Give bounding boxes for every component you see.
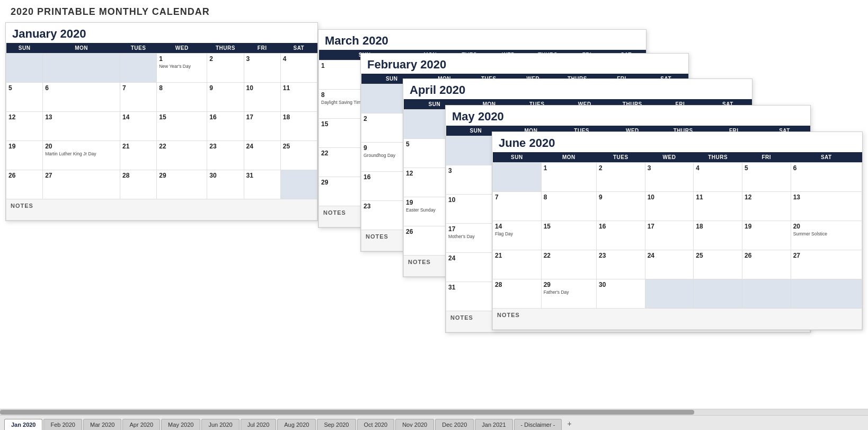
tab-disclaimer[interactable]: - Disclaimer - xyxy=(514,419,562,430)
day-cell: 29Father's Day xyxy=(541,279,596,309)
day-cell: 7 xyxy=(493,192,542,221)
tab-may-2020[interactable]: May 2020 xyxy=(161,419,200,430)
day-cell: 16 xyxy=(207,112,244,141)
jun-mon: MON xyxy=(541,152,596,163)
day-cell: 31 xyxy=(244,170,280,199)
jan-fri-header: FRI xyxy=(244,43,280,54)
empty-cell xyxy=(694,279,742,309)
empty-cell xyxy=(645,279,694,309)
day-cell: 1New Year's Day xyxy=(157,54,207,83)
day-cell: 20Martin Luther King Jr Day xyxy=(43,141,120,170)
jun-sat: SAT xyxy=(791,152,862,163)
day-cell: 3 xyxy=(645,163,694,192)
jan-tues-header: TUES xyxy=(120,43,157,54)
jan-thurs-header: THURS xyxy=(207,43,244,54)
empty-cell xyxy=(791,279,862,309)
june-title: June 2020 xyxy=(492,132,862,152)
scroll-bar[interactable] xyxy=(0,409,868,415)
scroll-thumb[interactable] xyxy=(0,410,694,415)
day-cell: 14Flag Day xyxy=(493,221,542,250)
april-title: April 2020 xyxy=(403,79,752,99)
day-cell: 9 xyxy=(597,192,645,221)
jan-sat-header: SAT xyxy=(280,43,317,54)
jun-tues: TUES xyxy=(597,152,645,163)
january-calendar: January 2020 SUN MON TUES WED THURS FRI … xyxy=(5,22,318,221)
tab-feb-2020[interactable]: Feb 2020 xyxy=(43,419,82,430)
tab-oct-2020[interactable]: Oct 2020 xyxy=(357,419,395,430)
day-cell: 14 xyxy=(120,112,157,141)
day-cell: 19 xyxy=(742,221,791,250)
day-cell: 18 xyxy=(280,112,317,141)
empty-cell xyxy=(742,279,791,309)
day-cell: 22 xyxy=(157,141,207,170)
january-table: SUN MON TUES WED THURS FRI SAT 1New Year… xyxy=(6,43,317,221)
day-cell: 10 xyxy=(244,83,280,112)
day-cell: 8 xyxy=(541,192,596,221)
day-cell: 12 xyxy=(742,192,791,221)
day-cell: 12 xyxy=(6,112,43,141)
jun-sun: SUN xyxy=(493,152,542,163)
table-row: 1New Year's Day 2 3 4 xyxy=(6,54,317,83)
table-row: 14Flag Day 15 16 17 18 19 20Summer Solst… xyxy=(493,221,862,250)
tab-add-button[interactable]: + xyxy=(563,417,575,430)
day-cell: 6 xyxy=(791,163,862,192)
tab-jun-2020[interactable]: Jun 2020 xyxy=(201,419,239,430)
tab-dec-2020[interactable]: Dec 2020 xyxy=(435,419,474,430)
day-cell: 2 xyxy=(207,54,244,83)
day-cell: 13 xyxy=(43,112,120,141)
table-row: 7 8 9 10 11 12 13 xyxy=(493,192,862,221)
notes-row: NOTES xyxy=(6,199,317,221)
day-cell: 11 xyxy=(694,192,742,221)
february-title: February 2020 xyxy=(361,54,688,74)
june-calendar: June 2020 SUN MON TUES WED THURS FRI SAT… xyxy=(492,131,863,330)
day-cell: 23 xyxy=(597,250,645,279)
day-cell: 21 xyxy=(493,250,542,279)
notes-row: NOTES xyxy=(493,309,862,330)
notes-label: NOTES xyxy=(493,309,862,330)
day-cell: 27 xyxy=(43,170,120,199)
day-cell: 25 xyxy=(280,141,317,170)
day-cell: 26 xyxy=(6,170,43,199)
tab-jan-2021[interactable]: Jan 2021 xyxy=(475,419,512,430)
tab-mar-2020[interactable]: Mar 2020 xyxy=(83,419,121,430)
jan-wed-header: WED xyxy=(157,43,207,54)
tab-aug-2020[interactable]: Aug 2020 xyxy=(277,419,316,430)
main-title: 2020 PRINTABLE MONTHLY CALENDAR xyxy=(0,0,868,20)
may-title: May 2020 xyxy=(446,106,810,126)
notes-label: NOTES xyxy=(6,199,317,221)
table-row: 28 29Father's Day 30 xyxy=(493,279,862,309)
day-cell: 30 xyxy=(597,279,645,309)
jan-mon-header: MON xyxy=(43,43,120,54)
empty-cell xyxy=(280,170,317,199)
day-cell: 3 xyxy=(244,54,280,83)
tab-jul-2020[interactable]: Jul 2020 xyxy=(241,419,277,430)
day-cell: 19 xyxy=(6,141,43,170)
day-cell: 25 xyxy=(694,250,742,279)
march-title: March 2020 xyxy=(318,30,646,50)
day-cell: 24 xyxy=(645,250,694,279)
day-cell: 22 xyxy=(541,250,596,279)
day-cell: 15 xyxy=(157,112,207,141)
empty-cell xyxy=(120,54,157,83)
day-cell: 18 xyxy=(694,221,742,250)
day-cell: 28 xyxy=(120,170,157,199)
tab-sep-2020[interactable]: Sep 2020 xyxy=(317,419,356,430)
day-cell: 29 xyxy=(157,170,207,199)
day-cell: 17 xyxy=(244,112,280,141)
day-cell: 24 xyxy=(244,141,280,170)
january-title: January 2020 xyxy=(6,23,317,43)
day-cell: 21 xyxy=(120,141,157,170)
day-cell: 23 xyxy=(207,141,244,170)
tab-jan-2020[interactable]: Jan 2020 xyxy=(4,419,42,430)
tab-nov-2020[interactable]: Nov 2020 xyxy=(395,419,434,430)
day-cell: 16 xyxy=(597,221,645,250)
jun-fri: FRI xyxy=(742,152,791,163)
day-cell: 13 xyxy=(791,192,862,221)
tab-apr-2020[interactable]: Apr 2020 xyxy=(122,419,160,430)
day-cell: 2 xyxy=(597,163,645,192)
table-row: 19 20Martin Luther King Jr Day 21 22 23 … xyxy=(6,141,317,170)
empty-cell xyxy=(6,54,43,83)
day-cell: 5 xyxy=(742,163,791,192)
table-row: 21 22 23 24 25 26 27 xyxy=(493,250,862,279)
table-row: 5 6 7 8 9 10 11 xyxy=(6,83,317,112)
